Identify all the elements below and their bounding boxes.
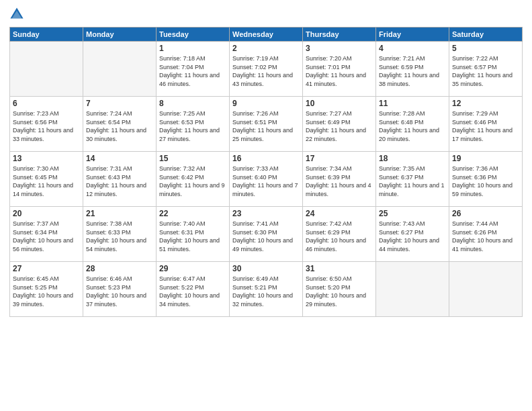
calendar-cell: 9Sunrise: 7:26 AMSunset: 6:51 PMDaylight… [230, 97, 303, 152]
day-info: Sunrise: 7:35 AMSunset: 6:37 PMDaylight:… [379, 165, 446, 198]
day-info: Sunrise: 7:36 AMSunset: 6:36 PMDaylight:… [452, 165, 519, 198]
day-info: Sunrise: 7:32 AMSunset: 6:42 PMDaylight:… [159, 165, 226, 198]
weekday-header: Saturday [449, 28, 523, 42]
calendar-cell: 23Sunrise: 7:41 AMSunset: 6:30 PMDayligh… [230, 207, 303, 262]
day-number: 12 [452, 99, 519, 108]
calendar-cell: 27Sunrise: 6:45 AMSunset: 5:25 PMDayligh… [10, 262, 83, 317]
day-info: Sunrise: 7:21 AMSunset: 6:59 PMDaylight:… [379, 54, 446, 88]
calendar-cell: 24Sunrise: 7:42 AMSunset: 6:29 PMDayligh… [303, 207, 376, 262]
calendar-cell: 21Sunrise: 7:38 AMSunset: 6:33 PMDayligh… [83, 207, 157, 262]
calendar-week-row: 13Sunrise: 7:30 AMSunset: 6:45 PMDayligh… [10, 152, 523, 207]
calendar-cell: 1Sunrise: 7:18 AMSunset: 7:04 PMDaylight… [157, 42, 230, 97]
calendar-week-row: 1Sunrise: 7:18 AMSunset: 7:04 PMDaylight… [10, 42, 523, 97]
day-number: 16 [232, 154, 300, 163]
day-number: 30 [232, 264, 300, 273]
calendar-week-row: 20Sunrise: 7:37 AMSunset: 6:34 PMDayligh… [10, 207, 523, 262]
day-info: Sunrise: 6:46 AMSunset: 5:23 PMDaylight:… [86, 275, 153, 308]
calendar-cell: 14Sunrise: 7:31 AMSunset: 6:43 PMDayligh… [83, 152, 157, 207]
calendar-header-row: SundayMondayTuesdayWednesdayThursdayFrid… [10, 28, 523, 42]
calendar-cell: 6Sunrise: 7:23 AMSunset: 6:56 PMDaylight… [10, 97, 83, 152]
calendar-cell: 28Sunrise: 6:46 AMSunset: 5:23 PMDayligh… [83, 262, 157, 317]
day-info: Sunrise: 7:38 AMSunset: 6:33 PMDaylight:… [86, 220, 153, 253]
calendar-cell: 8Sunrise: 7:25 AMSunset: 6:53 PMDaylight… [157, 97, 230, 152]
day-info: Sunrise: 7:26 AMSunset: 6:51 PMDaylight:… [232, 109, 300, 143]
day-number: 4 [379, 44, 446, 53]
calendar-cell: 26Sunrise: 7:44 AMSunset: 6:26 PMDayligh… [449, 207, 523, 262]
calendar-cell: 18Sunrise: 7:35 AMSunset: 6:37 PMDayligh… [376, 152, 449, 207]
day-info: Sunrise: 7:19 AMSunset: 7:02 PMDaylight:… [232, 54, 300, 88]
calendar-body: 1Sunrise: 7:18 AMSunset: 7:04 PMDaylight… [10, 42, 523, 317]
day-number: 21 [86, 209, 153, 218]
calendar-cell: 3Sunrise: 7:20 AMSunset: 7:01 PMDaylight… [303, 42, 376, 97]
page: SundayMondayTuesdayWednesdayThursdayFrid… [0, 0, 532, 411]
day-number: 1 [159, 44, 226, 53]
calendar-cell: 4Sunrise: 7:21 AMSunset: 6:59 PMDaylight… [376, 42, 449, 97]
day-info: Sunrise: 7:44 AMSunset: 6:26 PMDaylight:… [452, 220, 519, 253]
weekday-header: Thursday [303, 28, 376, 42]
day-info: Sunrise: 6:45 AMSunset: 5:25 PMDaylight:… [13, 275, 80, 308]
day-number: 24 [306, 209, 373, 218]
day-number: 27 [13, 264, 80, 273]
day-number: 25 [379, 209, 446, 218]
day-info: Sunrise: 7:43 AMSunset: 6:27 PMDaylight:… [379, 220, 446, 253]
day-info: Sunrise: 7:25 AMSunset: 6:53 PMDaylight:… [159, 109, 226, 143]
day-info: Sunrise: 7:34 AMSunset: 6:39 PMDaylight:… [306, 165, 373, 198]
day-info: Sunrise: 7:33 AMSunset: 6:40 PMDaylight:… [232, 165, 300, 198]
calendar-cell: 30Sunrise: 6:49 AMSunset: 5:21 PMDayligh… [230, 262, 303, 317]
weekday-header: Wednesday [230, 28, 303, 42]
day-info: Sunrise: 7:42 AMSunset: 6:29 PMDaylight:… [306, 220, 373, 253]
day-number: 9 [232, 99, 300, 108]
weekday-header: Sunday [10, 28, 83, 42]
calendar-cell: 16Sunrise: 7:33 AMSunset: 6:40 PMDayligh… [230, 152, 303, 207]
day-number: 29 [159, 264, 226, 273]
calendar-cell [376, 262, 449, 317]
logo [9, 7, 27, 21]
day-number: 17 [306, 154, 373, 163]
calendar-cell: 13Sunrise: 7:30 AMSunset: 6:45 PMDayligh… [10, 152, 83, 207]
day-number: 15 [159, 154, 226, 163]
calendar-cell: 15Sunrise: 7:32 AMSunset: 6:42 PMDayligh… [157, 152, 230, 207]
weekday-header: Monday [83, 28, 157, 42]
header [9, 7, 523, 21]
day-number: 23 [232, 209, 300, 218]
weekday-header: Tuesday [157, 28, 230, 42]
day-info: Sunrise: 7:23 AMSunset: 6:56 PMDaylight:… [13, 109, 80, 143]
day-info: Sunrise: 7:20 AMSunset: 7:01 PMDaylight:… [306, 54, 373, 88]
day-info: Sunrise: 7:22 AMSunset: 6:57 PMDaylight:… [452, 54, 519, 88]
day-info: Sunrise: 7:28 AMSunset: 6:48 PMDaylight:… [379, 109, 446, 143]
calendar-cell: 20Sunrise: 7:37 AMSunset: 6:34 PMDayligh… [10, 207, 83, 262]
calendar-cell: 25Sunrise: 7:43 AMSunset: 6:27 PMDayligh… [376, 207, 449, 262]
calendar-cell [449, 262, 523, 317]
day-number: 6 [13, 99, 80, 108]
day-info: Sunrise: 6:49 AMSunset: 5:21 PMDaylight:… [232, 275, 300, 308]
calendar-cell: 31Sunrise: 6:50 AMSunset: 5:20 PMDayligh… [303, 262, 376, 317]
day-number: 31 [306, 264, 373, 273]
logo-icon [9, 7, 24, 21]
day-info: Sunrise: 7:27 AMSunset: 6:49 PMDaylight:… [306, 109, 373, 143]
day-number: 20 [13, 209, 80, 218]
weekday-header: Friday [376, 28, 449, 42]
day-number: 14 [86, 154, 153, 163]
calendar-cell: 17Sunrise: 7:34 AMSunset: 6:39 PMDayligh… [303, 152, 376, 207]
calendar-cell: 29Sunrise: 6:47 AMSunset: 5:22 PMDayligh… [157, 262, 230, 317]
day-number: 7 [86, 99, 153, 108]
day-info: Sunrise: 7:40 AMSunset: 6:31 PMDaylight:… [159, 220, 226, 253]
day-number: 28 [86, 264, 153, 273]
calendar-cell [83, 42, 157, 97]
day-number: 18 [379, 154, 446, 163]
day-info: Sunrise: 7:29 AMSunset: 6:46 PMDaylight:… [452, 109, 519, 143]
calendar-cell: 7Sunrise: 7:24 AMSunset: 6:54 PMDaylight… [83, 97, 157, 152]
day-number: 10 [306, 99, 373, 108]
calendar-cell: 12Sunrise: 7:29 AMSunset: 6:46 PMDayligh… [449, 97, 523, 152]
calendar-cell [10, 42, 83, 97]
calendar-cell: 22Sunrise: 7:40 AMSunset: 6:31 PMDayligh… [157, 207, 230, 262]
day-info: Sunrise: 7:41 AMSunset: 6:30 PMDaylight:… [232, 220, 300, 253]
day-info: Sunrise: 7:37 AMSunset: 6:34 PMDaylight:… [13, 220, 80, 253]
day-info: Sunrise: 7:30 AMSunset: 6:45 PMDaylight:… [13, 165, 80, 198]
calendar: SundayMondayTuesdayWednesdayThursdayFrid… [9, 27, 523, 317]
calendar-cell: 19Sunrise: 7:36 AMSunset: 6:36 PMDayligh… [449, 152, 523, 207]
day-info: Sunrise: 6:47 AMSunset: 5:22 PMDaylight:… [159, 275, 226, 308]
day-number: 8 [159, 99, 226, 108]
calendar-week-row: 6Sunrise: 7:23 AMSunset: 6:56 PMDaylight… [10, 97, 523, 152]
day-number: 3 [306, 44, 373, 53]
